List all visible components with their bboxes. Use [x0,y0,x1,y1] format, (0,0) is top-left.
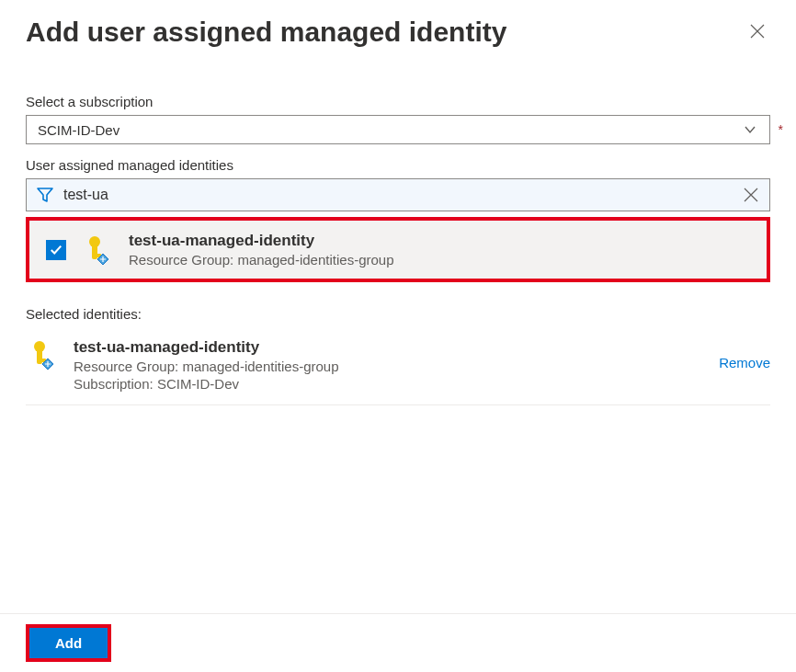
filter-icon [27,187,63,203]
result-resource-group: Resource Group: managed-identities-group [129,252,394,268]
close-panel-button[interactable] [745,18,770,49]
required-indicator: * [779,122,783,137]
chevron-down-icon [742,121,758,138]
search-result-highlight: test-ua-managed-identity Resource Group:… [26,217,770,282]
identities-label: User assigned managed identities [26,157,770,173]
add-button[interactable]: Add [29,628,108,658]
close-icon [750,24,765,39]
subscription-value: SCIM-ID-Dev [38,122,119,138]
panel-footer: Add [0,613,796,672]
selected-name: test-ua-managed-identity [74,338,704,357]
result-checkbox[interactable] [46,240,66,260]
page-title: Add user assigned managed identity [26,17,506,48]
result-name: test-ua-managed-identity [129,232,394,250]
selected-identity-row: test-ua-managed-identity Resource Group:… [26,331,770,405]
selected-resource-group: Resource Group: managed-identities-group [74,359,704,374]
subscription-label: Select a subscription [26,94,770,109]
close-icon [744,188,758,202]
subscription-select[interactable]: SCIM-ID-Dev [26,115,770,144]
selected-subscription: Subscription: SCIM-ID-Dev [74,376,704,392]
add-button-highlight: Add [26,624,111,662]
identities-filter-input[interactable] [63,187,733,203]
selected-identities-label: Selected identities: [26,306,770,322]
remove-identity-link[interactable]: Remove [719,355,770,370]
identity-result-row[interactable]: test-ua-managed-identity Resource Group:… [29,221,767,279]
managed-identity-icon [26,338,59,371]
checkmark-icon [50,244,63,256]
clear-filter-button[interactable] [733,188,769,202]
managed-identity-icon [81,233,114,267]
